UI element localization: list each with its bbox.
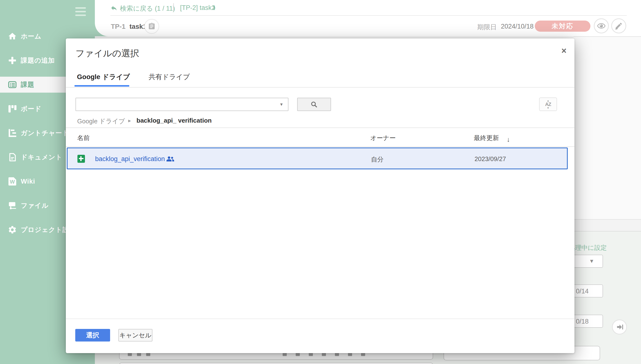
start-date-value: 0/14: [576, 288, 589, 295]
close-icon[interactable]: ×: [561, 46, 566, 56]
column-header-name[interactable]: 名前: [77, 134, 90, 142]
search-icon: [310, 101, 318, 108]
drive-breadcrumb-current: backlog_api_ verification: [137, 117, 212, 124]
due-date-value: 2024/10/18: [501, 23, 533, 30]
chevron-down-icon: ▾: [280, 101, 283, 107]
sidebar-item-label: ガントチャート: [21, 129, 69, 138]
divider: [66, 146, 574, 147]
file-row[interactable]: backlog_api_verification 自分 2023/09/27: [67, 148, 568, 169]
watch-button[interactable]: [594, 18, 609, 34]
back-arrow-icon[interactable]: [110, 4, 118, 12]
pencil-icon: [615, 22, 623, 30]
column-header-updated[interactable]: 最終更新: [474, 134, 499, 142]
search-button[interactable]: [297, 98, 331, 111]
arrow-to-bar-icon: [616, 323, 623, 330]
eye-icon: [597, 22, 606, 30]
tab-shared-drive[interactable]: 共有ドライブ: [149, 72, 190, 82]
google-sheets-icon: [78, 155, 85, 163]
shared-people-icon: [166, 156, 175, 162]
tab-google-drive[interactable]: Google ドライブ: [77, 72, 130, 82]
chevron-right-icon: ›: [212, 2, 216, 13]
sort-desc-icon[interactable]: ↓: [507, 136, 510, 144]
breadcrumb-separator: │: [172, 4, 176, 11]
document-icon: [8, 152, 17, 162]
chevron-down-icon: ▼: [589, 258, 594, 264]
gantt-chart-icon: [8, 128, 17, 138]
issue-list-icon: [8, 80, 17, 89]
board-icon: [8, 104, 17, 114]
plus-icon: [8, 56, 17, 65]
cancel-button[interactable]: キャンセル: [118, 329, 153, 342]
file-updated: 2023/09/27: [474, 155, 506, 163]
drive-breadcrumb-root[interactable]: Google ドライブ: [77, 117, 125, 126]
due-date-label: 期限日: [477, 23, 497, 32]
sidebar-item-label: ファイル: [21, 201, 49, 210]
sort-down-icon: ▼: [547, 107, 549, 109]
file-owner: 自分: [371, 155, 384, 164]
clipboard-icon: [148, 22, 156, 30]
back-to-search-link[interactable]: 検索に戻る (1 / 11): [120, 4, 175, 13]
submit-arrow-button[interactable]: [612, 320, 627, 334]
sort-az-button[interactable]: ▲ AZ ▼: [539, 98, 557, 111]
gear-icon: [8, 225, 17, 234]
modal-title: ファイルの選択: [76, 48, 139, 60]
due-date-value: 0/18: [576, 318, 589, 325]
files-icon: [8, 201, 17, 210]
drive-search-input[interactable]: ▾: [76, 98, 288, 111]
divider: [66, 318, 574, 319]
divider: [66, 128, 574, 128]
file-name[interactable]: backlog_api_verification: [95, 155, 165, 163]
home-icon: [8, 32, 17, 41]
breadcrumb-arrow-icon: ▸: [128, 118, 131, 124]
issue-side-panel: ★ 0 ••• ★ 0 ••• ★ 0 •••: [573, 36, 641, 220]
hamburger-menu-icon[interactable]: [75, 7, 86, 18]
app-root: ホーム 課題の追加 課題 ボード: [0, 0, 641, 364]
sidebar-item-label: Wiki: [21, 178, 35, 185]
status-badge: 未対応: [535, 20, 590, 32]
select-button[interactable]: 選択: [75, 329, 110, 342]
file-picker-modal: ファイルの選択 × Google ドライブ 共有ドライブ ▾ ▲ AZ ▼ Go…: [66, 38, 574, 353]
active-tab-underline: [75, 85, 129, 86]
sidebar-item-label: 課題の追加: [21, 56, 55, 65]
issue-type-button[interactable]: [144, 19, 159, 34]
sidebar-item-label: ボード: [21, 104, 41, 113]
sidebar-item-label: ホーム: [21, 32, 41, 41]
set-processing-link[interactable]: 処理中に設定: [569, 244, 607, 252]
issue-key: TP-1: [111, 23, 126, 30]
content-header: 検索に戻る (1 / 11) │ [TP-2] task2 › TP-1 tas…: [95, 0, 641, 36]
edit-button[interactable]: [611, 18, 626, 34]
divider: [66, 87, 574, 88]
sort-az-icon: AZ: [545, 102, 551, 107]
header-divider: [110, 15, 627, 16]
column-header-owner[interactable]: オーナー: [370, 134, 396, 142]
parent-issue-link[interactable]: [TP-2] task2: [180, 4, 215, 12]
sidebar-item-label: 課題: [21, 80, 34, 89]
comment-input-box[interactable]: [119, 362, 433, 364]
wiki-icon: W: [8, 177, 17, 186]
